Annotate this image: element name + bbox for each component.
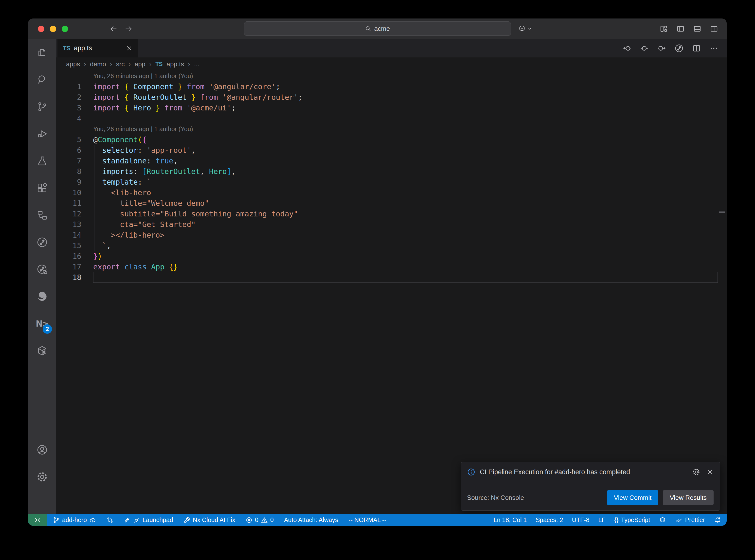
remote-indicator[interactable] [28,514,47,526]
line-number[interactable]: 12 [56,208,93,219]
encoding-status-item[interactable]: UTF-8 [572,516,590,523]
view-results-button[interactable]: View Results [663,490,714,505]
code-line[interactable]: 1import { Component } from '@angular/cor… [56,81,727,92]
nx-console-icon[interactable]: N> 2 [28,310,56,337]
toggle-primary-sidebar-icon[interactable] [676,25,685,33]
auto-attach-status-item[interactable]: Auto Attach: Always [284,516,338,523]
zoom-window-button[interactable] [62,26,68,32]
typescript-file-icon: TS [63,45,71,52]
line-number[interactable]: 16 [56,251,93,261]
account-icon[interactable] [28,436,56,463]
containers-icon[interactable] [28,337,56,364]
code-line[interactable]: 15 `, [56,240,727,251]
code-line[interactable]: 10 <lib-hero [56,187,727,198]
code-line[interactable]: 6 selector: 'app-root', [56,145,727,156]
line-number[interactable]: 8 [56,166,93,177]
breadcrumb-item[interactable]: ... [194,60,199,68]
open-in-commit-graph-icon[interactable] [674,44,684,53]
graph-search-icon[interactable] [28,256,56,283]
code-line[interactable]: 8 imports: [RouterOutlet, Hero], [56,166,727,177]
navigate-back-icon[interactable] [110,25,118,33]
search-sidebar-icon[interactable] [28,66,56,93]
close-tab-icon[interactable] [126,45,133,52]
notification-close-icon[interactable] [706,468,714,476]
split-editor-icon[interactable] [692,44,701,53]
customize-layout-icon[interactable] [660,25,668,33]
code-line[interactable]: 9 template: ` [56,177,727,187]
more-actions-icon[interactable] [709,44,718,53]
code-line[interactable]: 4 [56,113,727,124]
extensions-icon[interactable] [28,175,56,202]
line-number[interactable]: 4 [56,113,93,124]
code-line[interactable]: 16}) [56,251,727,261]
source-control-icon[interactable] [28,93,56,120]
code-line[interactable]: 2import { RouterOutlet } from '@angular/… [56,92,727,102]
view-commit-button[interactable]: View Commit [607,490,659,505]
line-number[interactable]: 6 [56,145,93,156]
copilot-menu[interactable] [518,22,532,35]
line-number[interactable]: 3 [56,102,93,113]
command-center-search[interactable]: acme [244,21,511,36]
settings-gear-icon[interactable] [28,463,56,491]
git-compare-status-item[interactable] [106,517,114,523]
indentation-status-item[interactable]: Spaces: 2 [536,516,563,523]
code-line[interactable]: 14 ></lib-hero> [56,230,727,240]
line-number[interactable]: 14 [56,230,93,240]
code-line[interactable]: 7 standalone: true, [56,156,727,166]
minimize-window-button[interactable] [50,26,56,32]
breadcrumb-item[interactable]: apps [66,60,80,68]
formatter-status-item[interactable]: Prettier [675,516,705,524]
edge-browser-icon[interactable] [28,283,56,310]
line-number[interactable]: 10 [56,187,93,198]
code-line[interactable]: 12 subtitle="Build something amazing tod… [56,208,727,219]
code-line[interactable]: 13 cta="Get Started" [56,219,727,230]
breadcrumb-item[interactable]: app.ts [167,60,184,68]
explorer-icon[interactable] [28,39,56,66]
close-window-button[interactable] [38,26,44,32]
branch-status-item[interactable]: add-hero [53,516,96,523]
code-line[interactable]: 5@Component({ [56,134,727,145]
navigate-forward-icon[interactable] [124,25,133,33]
code-line-text: cta="Get Started" [93,219,196,230]
cursor-position-status-item[interactable]: Ln 18, Col 1 [494,516,527,523]
open-next-change-icon[interactable] [657,44,666,53]
notification-settings-gear-icon[interactable] [692,468,700,476]
code-line[interactable]: 11 title="Welcmoe demo" [56,198,727,208]
tab-app-ts[interactable]: TS app.ts [57,39,138,57]
line-number[interactable]: 15 [56,240,93,251]
problems-status-item[interactable]: 0 0 [245,516,274,523]
toggle-secondary-sidebar-icon[interactable] [710,25,718,33]
line-number[interactable]: 18 [56,272,93,283]
notifications-bell-icon[interactable] [714,516,721,524]
code-line[interactable]: 18 [56,272,727,283]
open-changes-icon[interactable] [640,44,649,53]
line-number[interactable]: 17 [56,261,93,272]
launchpad-status-item[interactable]: Launchpad [124,516,173,523]
line-number[interactable]: 11 [56,198,93,208]
run-debug-icon[interactable] [28,120,56,147]
eol-status-item[interactable]: LF [598,516,605,523]
vim-mode-status-item[interactable]: -- NORMAL -- [349,516,386,523]
code-editor[interactable]: You, 26 minutes ago | 1 author (You)1imp… [56,71,727,514]
line-number[interactable]: 13 [56,219,93,230]
project-hierarchy-icon[interactable] [28,202,56,229]
open-previous-change-icon[interactable] [622,44,632,53]
line-number[interactable]: 5 [56,134,93,145]
code-line[interactable]: 3import { Hero } from '@acme/ui'; [56,102,727,113]
toggle-panel-icon[interactable] [693,25,701,33]
breadcrumb-item[interactable]: demo [90,60,106,68]
line-number[interactable]: 9 [56,177,93,187]
breadcrumb-item[interactable]: app [135,60,145,68]
copilot-status-item[interactable] [659,516,666,524]
code-line[interactable]: 17export class App {} [56,261,727,272]
line-number[interactable]: 1 [56,81,93,92]
language-status-item[interactable]: {} TypeScript [614,516,650,523]
testing-icon[interactable] [28,147,56,175]
breadcrumb-separator-icon: › [150,60,152,68]
commit-graph-icon[interactable] [28,229,56,256]
line-number[interactable]: 7 [56,156,93,166]
publish-cloud-icon [89,517,96,523]
nx-cloud-status-item[interactable]: Nx Cloud AI Fix [183,516,235,523]
breadcrumb-item[interactable]: src [116,60,125,68]
line-number[interactable]: 2 [56,92,93,102]
